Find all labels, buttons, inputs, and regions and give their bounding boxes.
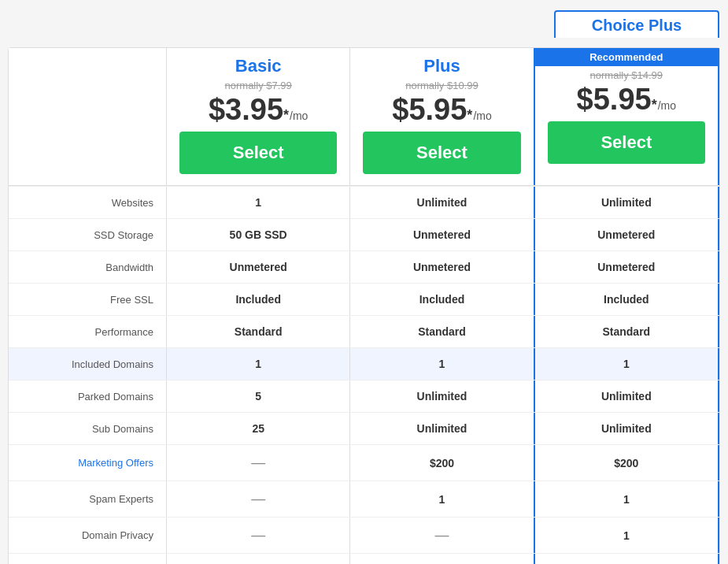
price-mo-plus: /mo — [473, 109, 491, 122]
plan-col-choiceplus: Recommended normally $14.99 $5.95 * /mo … — [534, 48, 719, 185]
feature-val-9-2: 1 — [534, 481, 719, 517]
feature-val-8-2: $200 — [534, 445, 719, 481]
choice-plus-header: Choice Plus — [554, 10, 719, 38]
plan-name-plus: Plus — [354, 56, 529, 76]
feature-row-9: Spam Experts—11 — [9, 481, 719, 517]
feature-val-2-0: Unmetered — [166, 251, 349, 283]
feature-label-6: Parked Domains — [9, 380, 166, 412]
feature-val-9-1: 1 — [349, 481, 533, 517]
feature-val-5-2: 1 — [534, 348, 719, 380]
feature-val-8-0: — — [166, 445, 349, 481]
feature-val-11-2: CodeGuard Basic — [534, 554, 719, 564]
feature-row-0: Websites1UnlimitedUnlimited — [9, 186, 719, 218]
feature-val-1-1: Unmetered — [349, 219, 533, 250]
feature-row-6: Parked Domains5UnlimitedUnlimited — [9, 380, 719, 412]
feature-label-9: Spam Experts — [9, 481, 166, 517]
feature-label-7: Sub Domains — [9, 413, 166, 444]
feature-row-3: Free SSLIncludedIncludedIncluded — [9, 283, 719, 315]
label-col-header — [9, 48, 166, 185]
feature-val-4-0: Standard — [166, 316, 349, 347]
price-plus: $5.95 — [392, 93, 467, 127]
feature-row-5: Included Domains111 — [9, 347, 719, 380]
feature-val-7-1: Unlimited — [349, 413, 533, 444]
feature-rows: Websites1UnlimitedUnlimitedSSD Storage50… — [9, 186, 719, 564]
feature-val-3-0: Included — [166, 284, 349, 315]
price-choiceplus: $5.95 — [577, 83, 652, 117]
plan-col-plus: Plus normally $10.99 $5.95 * /mo Select — [349, 48, 533, 185]
feature-row-4: PerformanceStandardStandardStandard — [9, 315, 719, 347]
feature-val-10-1: — — [349, 518, 533, 553]
feature-row-11: Site Backup——CodeGuard Basic — [9, 553, 719, 564]
price-row-choiceplus: $5.95 * /mo — [539, 83, 714, 117]
feature-row-7: Sub Domains25UnlimitedUnlimited — [9, 412, 719, 444]
feature-val-2-2: Unmetered — [534, 251, 719, 283]
feature-label-11: Site Backup — [9, 554, 166, 564]
select-button-plus[interactable]: Select — [363, 132, 520, 174]
price-asterisk-choiceplus: * — [652, 97, 657, 113]
feature-val-7-2: Unlimited — [534, 413, 719, 444]
feature-val-2-1: Unmetered — [349, 251, 533, 283]
feature-label-3: Free SSL — [9, 284, 166, 315]
feature-label-1: SSD Storage — [9, 219, 166, 250]
feature-val-6-1: Unlimited — [349, 380, 533, 412]
feature-row-2: BandwidthUnmeteredUnmeteredUnmetered — [9, 250, 719, 283]
feature-val-0-1: Unlimited — [349, 187, 533, 218]
feature-label-5: Included Domains — [9, 348, 166, 380]
original-price-choiceplus: normally $14.99 — [539, 69, 714, 81]
feature-label-2: Bandwidth — [9, 251, 166, 283]
original-price-plus: normally $10.99 — [354, 80, 529, 91]
pricing-table: Choice Plus Basic normally $7.99 $3.95 *… — [8, 47, 720, 564]
feature-val-3-1: Included — [349, 284, 533, 315]
price-asterisk-basic: * — [283, 107, 289, 124]
feature-val-10-2: 1 — [534, 518, 719, 553]
feature-val-4-2: Standard — [534, 316, 719, 347]
feature-row-8: Marketing Offers—$200$200 — [9, 444, 719, 481]
feature-val-5-1: 1 — [349, 348, 533, 380]
plan-col-basic: Basic normally $7.99 $3.95 * /mo Select — [166, 48, 349, 185]
feature-val-6-0: 5 — [166, 380, 349, 412]
price-mo-choiceplus: /mo — [658, 99, 676, 112]
feature-val-11-1: — — [349, 554, 533, 564]
feature-val-0-0: 1 — [166, 187, 349, 218]
feature-val-9-0: — — [166, 481, 349, 517]
feature-row-1: SSD Storage50 GB SSDUnmeteredUnmetered — [9, 218, 719, 250]
original-price-basic: normally $7.99 — [171, 80, 346, 91]
recommended-badge: Recommended — [535, 48, 718, 66]
feature-val-7-0: 25 — [166, 413, 349, 444]
feature-val-3-2: Included — [534, 284, 719, 315]
feature-val-10-0: — — [166, 518, 349, 553]
select-button-choiceplus[interactable]: Select — [548, 121, 705, 164]
feature-val-1-2: Unmetered — [534, 219, 719, 250]
feature-val-8-1: $200 — [349, 445, 533, 481]
price-row-plus: $5.95 * /mo — [354, 93, 529, 127]
feature-label-8: Marketing Offers — [9, 445, 166, 481]
feature-val-1-0: 50 GB SSD — [166, 219, 349, 250]
price-row-basic: $3.95 * /mo — [171, 93, 346, 127]
plan-headers: Basic normally $7.99 $3.95 * /mo Select … — [9, 48, 719, 186]
feature-val-11-0: — — [166, 554, 349, 564]
feature-label-10: Domain Privacy — [9, 518, 166, 553]
feature-val-0-2: Unlimited — [534, 187, 719, 218]
select-button-basic[interactable]: Select — [179, 132, 337, 174]
price-mo-basic: /mo — [290, 109, 308, 122]
price-basic: $3.95 — [209, 93, 283, 127]
plan-name-basic: Basic — [171, 56, 346, 76]
feature-val-4-1: Standard — [349, 316, 533, 347]
feature-val-5-0: 1 — [166, 348, 349, 380]
feature-val-6-2: Unlimited — [534, 380, 719, 412]
price-asterisk-plus: * — [467, 107, 472, 124]
feature-label-0: Websites — [9, 187, 166, 218]
feature-label-4: Performance — [9, 316, 166, 347]
feature-row-10: Domain Privacy——1 — [9, 517, 719, 553]
